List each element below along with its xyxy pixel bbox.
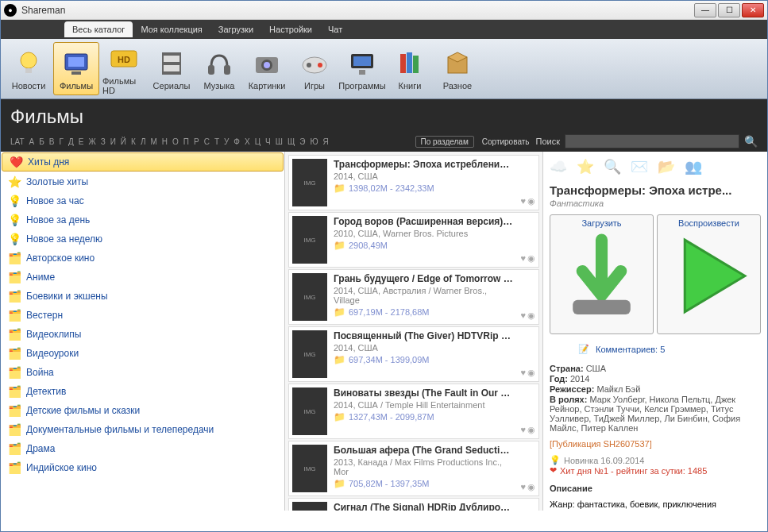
alpha-А[interactable]: А: [29, 137, 35, 146]
svg-rect-4: [71, 71, 81, 75]
toolbar-monitor[interactable]: Программы: [339, 42, 385, 95]
toolbar-gamepad[interactable]: Игры: [291, 42, 338, 95]
alpha-Ц[interactable]: Ц: [255, 137, 261, 146]
search-icon[interactable]: 🔍: [744, 135, 758, 148]
movie-item-5[interactable]: IMGБольшая афера (The Grand Seduction) I…: [288, 441, 539, 496]
sidebar-item-2[interactable]: 💡Новое за час: [1, 191, 284, 210]
alpha-LAT[interactable]: LAT: [10, 137, 25, 146]
alpha-П[interactable]: П: [183, 137, 189, 146]
toolbar-hd[interactable]: HDФильмы HD: [101, 42, 147, 95]
close-button[interactable]: ✕: [742, 3, 764, 17]
movie-item-2[interactable]: IMGГрань будущего / Edge of Tomorrow WE2…: [288, 269, 539, 325]
alpha-Ш[interactable]: Ш: [276, 137, 283, 146]
alpha-Х[interactable]: Х: [245, 137, 250, 146]
minimize-button[interactable]: —: [694, 3, 716, 17]
toolbar-headphones[interactable]: Музыка: [196, 42, 242, 95]
sidebar-item-14[interactable]: 🗂️Документальные фильмы и телепередачи: [1, 420, 284, 439]
alpha-Щ[interactable]: Щ: [288, 137, 295, 146]
toolbar-bulb[interactable]: Новости: [6, 42, 52, 95]
play-icon: [661, 228, 757, 330]
by-section-button[interactable]: По разделам: [415, 136, 474, 148]
search-detail-icon[interactable]: 🔍: [604, 158, 623, 177]
alpha-Я[interactable]: Я: [323, 137, 329, 146]
movie-item-4[interactable]: IMGВиноваты звезды (The Fault in Our Sta…: [288, 384, 539, 439]
toolbar-tv[interactable]: Фильмы: [53, 42, 99, 95]
toolbar-books[interactable]: Книги: [387, 42, 433, 95]
share-icon[interactable]: 👥: [685, 158, 704, 177]
alpha-С[interactable]: С: [204, 137, 210, 146]
toolbar-camera[interactable]: Картинки: [244, 42, 290, 95]
alpha-О[interactable]: О: [172, 137, 179, 146]
sort-button[interactable]: Сортировать: [477, 137, 535, 147]
folder-icon: 📁: [334, 183, 345, 194]
upload-icon[interactable]: ☁️: [550, 158, 569, 177]
poster-icon: IMG: [292, 445, 327, 492]
sidebar-item-4[interactable]: 💡Новое за неделю: [1, 229, 284, 249]
movie-item-3[interactable]: IMGПосвященный (The Giver) HDTVRip Ду€20…: [288, 326, 539, 382]
topmenu-tab-3[interactable]: Настройки: [261, 21, 320, 37]
alpha-Д[interactable]: Д: [68, 137, 74, 146]
movie-size: 📁1398,02M - 2342,33M: [334, 183, 514, 194]
topmenu-tab-1[interactable]: Моя коллекция: [133, 21, 210, 37]
bulb-icon: ◉: [527, 368, 535, 378]
alpha-Н[interactable]: Н: [162, 137, 168, 146]
heart-icon: ♥: [520, 368, 526, 378]
movie-meta: 2014, США, Австралия / Warner Bros., Vil…: [334, 286, 514, 305]
sidebar-item-1[interactable]: ⭐Золотые хиты: [1, 172, 284, 191]
sidebar-item-9[interactable]: 🗂️Видеоклипы: [1, 325, 284, 344]
alpha-Ю[interactable]: Ю: [310, 137, 318, 146]
topmenu-tab-0[interactable]: Весь каталог: [64, 21, 133, 37]
topmenu-tab-2[interactable]: Загрузки: [210, 21, 261, 37]
sidebar-item-12[interactable]: 🗂️Детектив: [1, 382, 284, 401]
sidebar-item-6[interactable]: 🗂️Аниме: [1, 268, 284, 287]
movie-size: 📁697,34M - 1399,09M: [334, 354, 514, 365]
movie-item-6[interactable]: IMGСигнал (The Signal) HDRip Дублирован2…: [288, 498, 539, 511]
search-input[interactable]: [565, 134, 739, 148]
sidebar-item-0[interactable]: ❤️Хиты дня: [2, 152, 284, 172]
sidebar-item-16[interactable]: 🗂️Индийское кино: [1, 458, 284, 477]
sidebar-item-13[interactable]: 🗂️Детские фильмы и сказки: [1, 401, 284, 420]
comments-link[interactable]: 📝 Комментариев: 5: [578, 344, 761, 354]
svg-rect-19: [353, 56, 371, 66]
sidebar-item-5[interactable]: 🗂️Авторское кино: [1, 249, 284, 268]
mail-icon[interactable]: ✉️: [631, 158, 650, 177]
alpha-Ф[interactable]: Ф: [233, 137, 240, 146]
alpha-И[interactable]: И: [110, 137, 116, 146]
alpha-Й[interactable]: Й: [121, 137, 126, 146]
sidebar-item-3[interactable]: 💡Новое за день: [1, 210, 284, 229]
alpha-Б[interactable]: Б: [39, 137, 44, 146]
movie-item-0[interactable]: IMGТрансформеры: Эпоха истребления (T201…: [288, 155, 539, 210]
movie-size: 📁697,19M - 2178,68M: [334, 306, 514, 318]
sidebar-item-10[interactable]: 🗂️Видеоуроки: [1, 344, 284, 363]
alpha-В[interactable]: В: [49, 137, 55, 146]
alpha-М[interactable]: М: [150, 137, 156, 146]
alpha-К[interactable]: К: [131, 137, 136, 146]
folder-open-icon[interactable]: 📂: [658, 158, 677, 177]
toolbar-film[interactable]: Сериалы: [149, 42, 195, 95]
alpha-З[interactable]: З: [101, 137, 106, 146]
sidebar-item-8[interactable]: 🗂️Вестерн: [1, 306, 284, 325]
favorite-icon[interactable]: ⭐: [577, 158, 596, 177]
alpha-Е[interactable]: Е: [79, 137, 84, 146]
alpha-Ч[interactable]: Ч: [265, 137, 271, 146]
alpha-У[interactable]: У: [224, 137, 229, 146]
movie-item-1[interactable]: IMGГород воров (Расширенная версия) / Tl…: [288, 212, 539, 268]
alpha-Э[interactable]: Э: [299, 137, 305, 146]
alpha-Т[interactable]: Т: [214, 137, 219, 146]
svg-rect-23: [413, 56, 419, 73]
maximize-button[interactable]: ☐: [718, 3, 740, 17]
movie-meta: 2013, Канада / Max Films Productions Inc…: [334, 457, 514, 476]
alpha-Ж[interactable]: Ж: [88, 137, 95, 146]
folder-icon: 🗂️: [7, 422, 21, 437]
sidebar-item-15[interactable]: 🗂️Драма: [1, 439, 284, 458]
topmenu-tab-4[interactable]: Чат: [320, 21, 350, 37]
alpha-Л[interactable]: Л: [141, 137, 146, 146]
alpha-Г[interactable]: Г: [60, 137, 64, 146]
bulb-icon: 💡: [550, 455, 561, 465]
sidebar-item-11[interactable]: 🗂️Война: [1, 363, 284, 382]
alpha-Р[interactable]: Р: [194, 137, 199, 146]
sidebar-item-7[interactable]: 🗂️Боевики и экшены: [1, 287, 284, 306]
download-button[interactable]: Загрузить: [550, 214, 654, 334]
toolbar-box[interactable]: Разное: [434, 42, 480, 95]
play-button[interactable]: Воспроизвести: [657, 214, 761, 334]
